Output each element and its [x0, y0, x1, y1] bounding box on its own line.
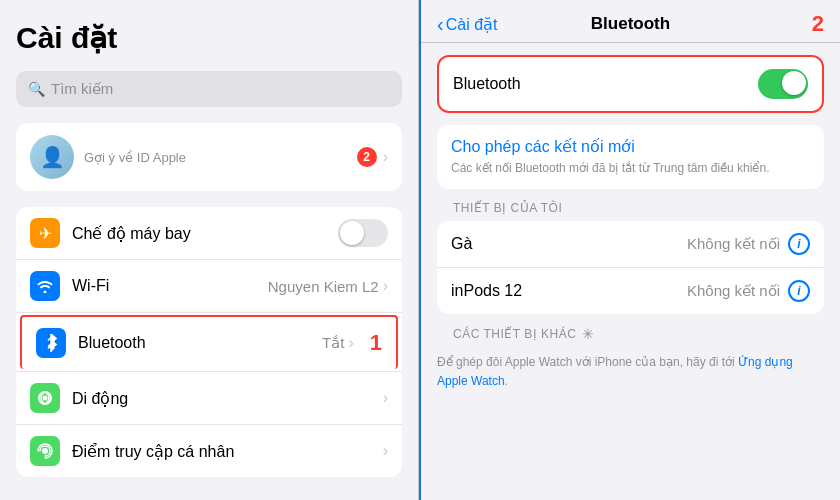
back-button[interactable]: ‹ Cài đặt [437, 13, 497, 36]
chevron-right-icon: › [383, 277, 388, 295]
wifi-value-group: Nguyen Kiem L2 › [268, 277, 388, 295]
airplane-label: Chế độ máy bay [72, 224, 326, 243]
search-icon: 🔍 [28, 81, 45, 97]
toggle-knob [340, 221, 364, 245]
wifi-label: Wi-Fi [72, 277, 256, 295]
svg-point-2 [43, 396, 48, 401]
device-right: Không kết nối i [687, 233, 810, 255]
apple-id-row[interactable]: 👤 Gợi ý về ID Apple 2 › [16, 123, 402, 191]
settings-row-cellular[interactable]: Di động › [16, 372, 402, 425]
right-title: Bluetooth [591, 14, 670, 34]
search-bar[interactable]: 🔍 Tìm kiếm [16, 71, 402, 107]
info-icon[interactable]: i [788, 280, 810, 302]
device-name: inPods 12 [451, 282, 522, 300]
search-placeholder: Tìm kiếm [51, 80, 113, 98]
left-header: Cài đặt [0, 0, 418, 63]
allow-connections-row[interactable]: Cho phép các kết nối mới Các kết nối Blu… [437, 125, 824, 189]
right-content: Bluetooth Cho phép các kết nối mới Các k… [421, 43, 840, 500]
bluetooth-value: Tắt [322, 334, 344, 352]
allow-connections-link[interactable]: Cho phép các kết nối mới [451, 137, 810, 156]
wifi-value: Nguyen Kiem L2 [268, 278, 379, 295]
device-row-ga[interactable]: Gà Không kết nối i [437, 221, 824, 268]
number-label-2: 2 [812, 11, 824, 37]
avatar: 👤 [30, 135, 74, 179]
device-name: Gà [451, 235, 472, 253]
apple-id-right: 2 › [357, 147, 388, 167]
device-status: Không kết nối [687, 235, 780, 253]
device-status: Không kết nối [687, 282, 780, 300]
allow-connections-desc: Các kết nối Bluetooth mới đã bị tắt từ T… [451, 160, 810, 177]
allow-connections-section: Cho phép các kết nối mới Các kết nối Blu… [437, 125, 824, 189]
apple-id-hint: Gợi ý về ID Apple [84, 150, 186, 165]
bluetooth-value-group: Tắt › [322, 334, 354, 352]
bluetooth-label: Bluetooth [78, 334, 310, 352]
device-row-inpods[interactable]: inPods 12 Không kết nối i [437, 268, 824, 314]
chevron-right-icon: › [383, 389, 388, 407]
other-devices-label: CÁC THIẾT BỊ KHÁC [453, 327, 576, 341]
chevron-right-icon: › [383, 148, 388, 166]
bluetooth-icon [36, 328, 66, 358]
settings-row-bluetooth[interactable]: Bluetooth Tắt › 1 [20, 315, 398, 369]
bluetooth-toggle-row[interactable]: Bluetooth [439, 57, 822, 111]
bottom-note-text: Để ghép đôi Apple Watch với iPhone của b… [437, 355, 793, 388]
back-chevron-icon: ‹ [437, 13, 444, 36]
bluetooth-toggle-label: Bluetooth [453, 75, 521, 93]
bluetooth-toggle-section: Bluetooth [437, 55, 824, 113]
cellular-label: Di động [72, 389, 371, 408]
toggle-knob [782, 71, 806, 95]
info-icon[interactable]: i [788, 233, 810, 255]
right-header: ‹ Cài đặt Bluetooth 2 [421, 0, 840, 43]
apple-id-left: 👤 Gợi ý về ID Apple [30, 135, 186, 179]
other-devices-header: CÁC THIẾT BỊ KHÁC ✳ [421, 322, 840, 348]
page-title: Cài đặt [16, 20, 402, 55]
device-right: Không kết nối i [687, 280, 810, 302]
back-label: Cài đặt [446, 15, 498, 34]
airplane-toggle[interactable] [338, 219, 388, 247]
number-label-1: 1 [370, 330, 382, 356]
device-list: Gà Không kết nối i inPods 12 Không kết n… [437, 221, 824, 314]
settings-row-airplane[interactable]: ✈ Chế độ máy bay [16, 207, 402, 260]
chevron-right-icon: › [348, 334, 353, 352]
svg-point-3 [42, 448, 48, 454]
settings-row-wifi[interactable]: Wi-Fi Nguyen Kiem L2 › [16, 260, 402, 313]
wifi-icon [30, 271, 60, 301]
hotspot-label: Điểm truy cập cá nhân [72, 442, 371, 461]
bluetooth-toggle[interactable] [758, 69, 808, 99]
left-panel: Cài đặt 🔍 Tìm kiếm 👤 Gợi ý về ID Apple 2… [0, 0, 419, 500]
airplane-icon: ✈ [30, 218, 60, 248]
my-devices-header: THIẾT BỊ CỦA TÔI [421, 197, 840, 221]
badge: 2 [357, 147, 377, 167]
chevron-right-icon: › [383, 442, 388, 460]
right-panel: ‹ Cài đặt Bluetooth 2 Bluetooth Cho phép… [421, 0, 840, 500]
settings-group: ✈ Chế độ máy bay Wi-Fi Nguyen Kiem L2 › [16, 207, 402, 477]
bottom-note: Để ghép đôi Apple Watch với iPhone của b… [437, 348, 824, 394]
cellular-icon [30, 383, 60, 413]
spinner-icon: ✳ [582, 326, 595, 342]
hotspot-icon [30, 436, 60, 466]
settings-row-hotspot[interactable]: Điểm truy cập cá nhân › [16, 425, 402, 477]
